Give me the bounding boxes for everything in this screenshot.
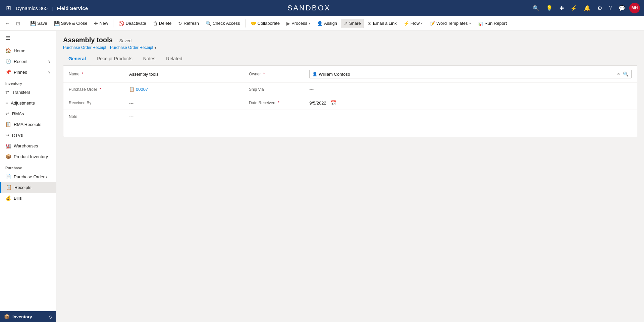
- pinned-icon: 📌: [5, 69, 11, 75]
- sidebar-item-label: Adjustments: [11, 101, 35, 106]
- product-inventory-icon: 📦: [5, 154, 11, 159]
- settings-icon[interactable]: ⚙: [595, 3, 605, 13]
- purchase-section-header: Purchase: [0, 162, 56, 171]
- tab-receipt-products[interactable]: Receipt Products: [91, 53, 138, 65]
- table-row: Name * Assembly tools Owner * 👤 William …: [63, 66, 637, 83]
- deactivate-button[interactable]: 🚫 Deactivate: [115, 19, 149, 28]
- notification-icon[interactable]: 🔔: [581, 3, 593, 13]
- pinned-toggle[interactable]: ∨: [48, 70, 51, 74]
- purchase-order-link[interactable]: 📋 00007: [129, 87, 238, 92]
- owner-label: Owner *: [244, 66, 304, 83]
- assign-button[interactable]: 👤 Assign: [314, 19, 340, 28]
- add-icon[interactable]: ✚: [557, 3, 567, 13]
- top-navigation: ⊞ Dynamics 365 | Field Service SANDBOX 🔍…: [0, 0, 644, 16]
- sep2: [113, 19, 113, 27]
- form-card: Name * Assembly tools Owner * 👤 William …: [63, 65, 637, 137]
- help-icon[interactable]: ?: [606, 3, 614, 13]
- breadcrumb-current: Purchase Order Receipt ▾: [110, 45, 156, 50]
- purchase-order-number[interactable]: 00007: [136, 87, 148, 92]
- collaborate-button[interactable]: 🤝 Collaborate: [248, 19, 283, 28]
- word-templates-button[interactable]: 📝 Word Templates ▾: [426, 19, 474, 28]
- sidebar-item-warehouses[interactable]: 🏭 Warehouses: [0, 140, 56, 151]
- sidebar-item-rma-receipts[interactable]: 📋 RMA Receipts: [0, 119, 56, 130]
- sidebar-item-label: Product Inventory: [14, 154, 48, 159]
- sidebar-item-bills[interactable]: 💰 Bills: [0, 193, 56, 203]
- received-by-dash: ---: [129, 101, 133, 106]
- sidebar-bottom[interactable]: 📦 Inventory ◇: [0, 311, 56, 322]
- sidebar-item-label: RMAs: [12, 111, 24, 116]
- sidebar-item-adjustments[interactable]: ≡ Adjustments: [0, 98, 56, 108]
- tab-general[interactable]: General: [63, 53, 91, 65]
- sidebar-item-rmas[interactable]: ↩ RMAs: [0, 108, 56, 119]
- breadcrumb: Purchase Order Receipt · Purchase Order …: [63, 45, 637, 50]
- purchase-order-value: 📋 00007: [124, 83, 244, 96]
- date-received-label: Date Received *: [244, 96, 304, 110]
- owner-field[interactable]: 👤 William Contoso ✕ 🔍: [309, 70, 632, 78]
- search-icon[interactable]: 🔍: [530, 3, 542, 13]
- refresh-button[interactable]: ↻ Refresh: [175, 19, 202, 28]
- nav-icons: 🔍 💡 ✚ ⚡ 🔔 ⚙ ? 💬 MH: [530, 3, 640, 13]
- rtvs-icon: ↪: [5, 132, 9, 138]
- breadcrumb-current-label[interactable]: Purchase Order Receipt: [110, 45, 153, 50]
- sidebar-item-label: Bills: [14, 196, 22, 201]
- received-by-label: Received By: [63, 96, 124, 110]
- delete-button[interactable]: 🗑 Delete: [150, 19, 175, 28]
- run-report-button[interactable]: 📊 Run Report: [475, 19, 510, 28]
- tabs: General Receipt Products Notes Related: [63, 53, 637, 65]
- transfers-icon: ⇄: [5, 89, 9, 95]
- sidebar-bottom-icon: 📦: [4, 314, 10, 319]
- back-button[interactable]: ←: [3, 19, 12, 28]
- lightbulb-icon[interactable]: 💡: [543, 3, 555, 13]
- sidebar-item-purchase-orders[interactable]: 📄 Purchase Orders: [0, 171, 56, 182]
- note-value: ---: [124, 110, 244, 123]
- owner-clear-button[interactable]: ✕: [617, 72, 620, 76]
- breadcrumb-parent[interactable]: Purchase Order Receipt: [63, 45, 106, 50]
- check-access-button[interactable]: 🔍 Check Access: [203, 19, 243, 28]
- email-link-button[interactable]: ✉ Email a Link: [365, 19, 400, 28]
- sidebar-hamburger[interactable]: ☰: [0, 31, 56, 45]
- sidebar-item-label: Pinned: [14, 70, 27, 75]
- module-name[interactable]: Field Service: [57, 5, 88, 11]
- purchase-orders-icon: 📄: [5, 174, 11, 179]
- nav-buttons: ← ⊡: [3, 19, 23, 28]
- calendar-icon[interactable]: 📅: [330, 100, 336, 106]
- flow-button[interactable]: ⚡ Flow ▾: [400, 19, 426, 28]
- save-icon: 💾: [30, 21, 36, 26]
- save-button[interactable]: 💾 Save: [27, 19, 50, 28]
- new-button[interactable]: ✚ New: [91, 19, 111, 28]
- chat-icon[interactable]: 💬: [616, 3, 628, 13]
- date-received-text[interactable]: 9/5/2022: [309, 101, 326, 106]
- table-row: Note ---: [63, 110, 637, 123]
- assign-icon: 👤: [317, 21, 323, 26]
- recent-toggle[interactable]: ∨: [48, 59, 51, 64]
- process-icon: ▶: [286, 21, 290, 26]
- run-report-icon: 📊: [478, 21, 483, 26]
- apps-icon[interactable]: ⊞: [4, 2, 13, 14]
- tab-related[interactable]: Related: [161, 53, 187, 65]
- restore-button[interactable]: ⊡: [13, 19, 23, 28]
- sidebar-item-home[interactable]: 🏠 Home: [0, 45, 56, 56]
- sidebar-item-transfers[interactable]: ⇄ Transfers: [0, 87, 56, 98]
- process-button[interactable]: ▶ Process ▾: [283, 19, 313, 28]
- filter-icon[interactable]: ⚡: [568, 3, 580, 13]
- breadcrumb-dropdown-arrow[interactable]: ▾: [155, 46, 156, 50]
- sidebar-item-product-inventory[interactable]: 📦 Product Inventory: [0, 151, 56, 162]
- sidebar-item-recent[interactable]: 🕐 Recent ∨: [0, 56, 56, 67]
- warehouses-icon: 🏭: [5, 143, 11, 148]
- check-access-icon: 🔍: [206, 21, 211, 26]
- sidebar-bottom-expand[interactable]: ◇: [49, 314, 52, 319]
- date-received-required: *: [278, 101, 279, 105]
- brand-name[interactable]: Dynamics 365: [16, 5, 48, 11]
- name-value: Assembly tools: [124, 66, 244, 83]
- deactivate-icon: 🚫: [118, 21, 124, 26]
- tab-notes[interactable]: Notes: [138, 53, 161, 65]
- avatar[interactable]: MH: [629, 3, 640, 13]
- share-button[interactable]: ↗ Share: [341, 19, 364, 28]
- sidebar-item-rtvs[interactable]: ↪ RTVs: [0, 130, 56, 140]
- save-close-button[interactable]: 💾 Save & Close: [51, 19, 91, 28]
- content-area: Assembly tools - Saved Purchase Order Re…: [56, 31, 644, 322]
- owner-search-button[interactable]: 🔍: [623, 71, 629, 77]
- ship-via-label: Ship Via: [244, 83, 304, 96]
- sidebar-item-receipts[interactable]: 📋 Receipts: [0, 182, 56, 193]
- sidebar-item-pinned[interactable]: 📌 Pinned ∨: [0, 67, 56, 77]
